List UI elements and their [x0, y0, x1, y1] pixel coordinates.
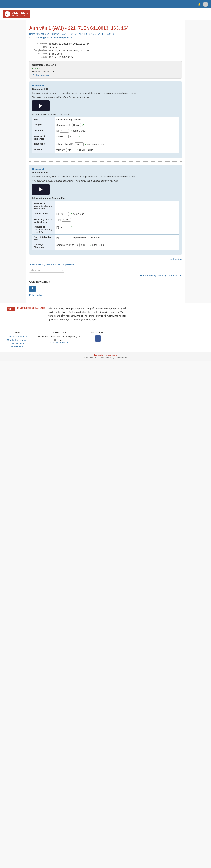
answer-hours: 4	[60, 129, 69, 133]
hamburger-icon[interactable]: ☰	[3, 2, 6, 6]
footer-link-1[interactable]: Moodle.community	[7, 335, 27, 338]
answer-prefix: Students must be	[56, 244, 75, 246]
row-value: from [10] July ✓ to September	[55, 147, 179, 153]
row-value: Online language teacher	[55, 117, 179, 122]
table-row: Job: Online language teacher	[32, 117, 179, 122]
footer-link-2[interactable]: Moodle free support	[7, 339, 27, 341]
answer-suffix: September – 20 December	[73, 236, 100, 239]
breadcrumb-home[interactable]: Home	[29, 33, 35, 35]
hw1-instruction: For each question, write the correct ans…	[32, 92, 179, 94]
quiz-info: Started on Tuesday, 20 December 2022, 11…	[29, 42, 182, 58]
check-icon: ✓	[70, 226, 72, 228]
finish-review-anchor[interactable]: Finish review	[168, 258, 182, 260]
breadcrumb-mycourses[interactable]: My courses	[37, 33, 49, 35]
answer-suffix: after 10 p.m.	[92, 244, 105, 246]
hw2-instruction: For each question, write the correct ans…	[32, 176, 179, 178]
hw2-flats-label: Information about Student Flats	[32, 197, 179, 199]
footer-contact-title: CONTACT US	[38, 331, 81, 334]
row-label: Price of type 1 flat for final term:	[32, 217, 55, 224]
flag-link[interactable]: ⚑ Flag question	[32, 74, 179, 76]
started-label: Started on	[29, 42, 47, 45]
jump-select[interactable]: Jump to...	[29, 268, 64, 273]
footer-info-col: INFO Moodle.community Moodle free suppor…	[7, 331, 27, 349]
check-icon: ✓	[85, 143, 87, 146]
finish-review-btn[interactable]: Finish review	[29, 294, 182, 297]
check-icon: ✓	[82, 124, 84, 126]
footer-vlu-badge: VLU	[7, 307, 15, 311]
row-value: talked, played [9] games ✓ and sang song…	[55, 141, 179, 147]
finish-review-link: Finish review	[29, 257, 182, 260]
check-icon: ✓	[70, 129, 72, 132]
hw2-video[interactable]	[32, 184, 50, 195]
row-label: Number of students sharing type 2 flat:	[32, 224, 55, 235]
answer-quiet: quiet	[79, 243, 88, 247]
quiz-nav-check: ✓	[32, 289, 33, 291]
row-value: £ [7] 1,045 ✓	[55, 217, 179, 224]
check-icon: ✓	[72, 218, 74, 221]
footer-social-title: GET SOCIAL	[91, 331, 105, 334]
page-title: Anh văn 1 (AV1) - 221_71ENG110013_163, 1…	[29, 25, 182, 31]
footer-email-link[interactable]: p.cntt@vlu.edu.vn	[38, 341, 81, 344]
completed-label: Completed on	[29, 49, 47, 52]
logo-sub: UNIVERSITY	[11, 15, 28, 17]
facebook-icon[interactable]: f	[95, 335, 101, 342]
next-link[interactable]: IELTS Speaking (Week 6) - After Class ►	[140, 274, 182, 277]
footer-columns: INFO Moodle.community Moodle free suppor…	[7, 331, 105, 349]
nav-links: ◄ U2. Listening practice. Note completio…	[29, 263, 182, 266]
footer-bottom: Data retention summary Copyright © 2020 …	[0, 352, 211, 361]
quiz-navigation: Quiz navigation 1 ✓ Finish review	[29, 280, 182, 297]
logo-main: VANLANG	[11, 11, 28, 15]
answer-students: 6	[69, 135, 77, 138]
completed-value: Tuesday, 20 December 2022, 11:14 PM	[49, 49, 89, 52]
hw1-questions: Questions 6-10	[32, 88, 179, 90]
answer-prefix: from	[56, 149, 62, 151]
row-label: Worked:	[32, 147, 55, 153]
user-avatar[interactable]: U	[203, 2, 208, 7]
quiz-nav-number: 1	[32, 286, 33, 289]
row-label: Longest term:	[32, 211, 55, 217]
check-icon: ✓	[78, 135, 80, 138]
grade-label: Grade	[29, 56, 47, 58]
logo-bar: VL VANLANG UNIVERSITY	[0, 8, 211, 20]
state-value: Finished	[49, 46, 57, 49]
table-row: Monday-Thursday: Students must be [10] q…	[32, 242, 179, 250]
data-retention-link[interactable]: Data retention summary	[94, 354, 117, 356]
question-header: Question Question 1	[32, 63, 179, 66]
prev-link[interactable]: ◄ U2. Listening practice. Note completio…	[29, 263, 74, 266]
footer-link-3[interactable]: Moodle Docs	[7, 342, 27, 345]
breadcrumb-course[interactable]: Anh văn 1 (AV1) – 221_71ENG110013_163, 1…	[51, 33, 100, 35]
logo[interactable]: VL VANLANG UNIVERSITY	[3, 10, 30, 18]
row-label: Monday-Thursday:	[32, 242, 55, 250]
question-mark: Mark 10.0 out of 10.0	[32, 70, 179, 73]
row-value: Students must be [10] quiet ✓ after 10 p…	[55, 242, 179, 250]
hw2-title: Homework 2	[32, 168, 179, 170]
top-bar: ☰ 🔔 U	[0, 0, 211, 8]
hw1-table: Job: Online language teacher Taught: Stu…	[32, 117, 179, 153]
row-label: Number of students:	[32, 134, 55, 141]
check-icon: ✓	[70, 236, 72, 239]
answer-price: 1,045	[62, 218, 71, 221]
answer-4: 4	[60, 225, 69, 229]
breadcrumb-u2[interactable]: U2. Listening practice. Note completion …	[30, 36, 72, 39]
answer-china: China	[72, 123, 81, 127]
hw1-video[interactable]	[32, 100, 50, 111]
answer-prefix: Students in	[56, 124, 69, 126]
row-value: three to [8] 6 ✓	[55, 134, 179, 141]
homework2-section: Homework 2 Questions 6-10 For each quest…	[29, 165, 182, 255]
hw1-work-label: Work Experience: Jessica Chapman	[32, 113, 179, 116]
table-row: Term 1 dates for flats: [9] 15 ✓ Septemb…	[32, 235, 179, 242]
footer-logo: VLU TRƯỜNG ĐẠI HỌC VĂN LANG	[7, 307, 45, 311]
answer-games: games	[75, 143, 83, 146]
footer-info-title: INFO	[7, 331, 27, 334]
table-row: Number of students sharing type 2 flat: …	[32, 224, 179, 235]
quiz-nav-item-1[interactable]: 1 ✓	[29, 285, 35, 292]
answer-suffix: to September	[79, 149, 93, 151]
breadcrumb-lesson[interactable]: LESSON 12	[102, 33, 115, 35]
homework1-section: Homework 1 Questions 6-10 For each quest…	[29, 82, 182, 158]
bell-icon[interactable]: 🔔	[198, 3, 201, 6]
row-value: [8] 4 ✓	[55, 224, 179, 235]
time-label: Time taken	[29, 53, 47, 55]
row-value: 10	[55, 201, 179, 211]
footer-link-4[interactable]: Moodle.com	[7, 345, 27, 348]
answer-suffix: hours a week	[73, 129, 86, 132]
